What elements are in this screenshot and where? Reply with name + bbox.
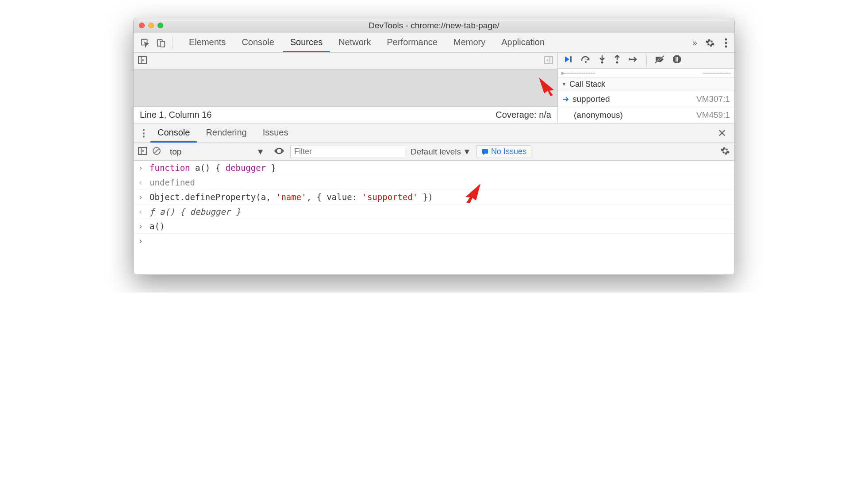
console-code: a() (150, 221, 730, 231)
debugger-pane: ▸ ⋯⋯⋯⋯⋯⋯⋯⋯ ▼ Call Stack ➔ supported VM30… (557, 53, 734, 123)
drawer-tab-rendering[interactable]: Rendering (199, 124, 253, 143)
tab-elements[interactable]: Elements (182, 33, 233, 52)
call-stack-label: Call Stack (569, 80, 605, 89)
console-input-row[interactable]: › Object.defineProperty(a, 'name', { val… (134, 190, 734, 205)
tab-application[interactable]: Application (494, 33, 552, 52)
filter-input[interactable] (290, 146, 405, 158)
dropdown-caret-icon: ▼ (463, 147, 471, 157)
console-result: undefined (150, 178, 730, 187)
sources-panes: Line 1, Column 16 Coverage: n/a (134, 53, 734, 124)
close-drawer-icon[interactable]: ✕ (715, 127, 729, 139)
console-output-row: ‹ ƒ a() { debugger } (134, 205, 734, 219)
svg-line-19 (154, 149, 159, 153)
console-code: function a() { debugger } (150, 163, 730, 173)
tab-network[interactable]: Network (331, 33, 378, 52)
debugger-toolbar (558, 53, 734, 69)
device-toolbar-icon[interactable] (153, 33, 169, 52)
svg-rect-15 (676, 57, 677, 62)
svg-rect-2 (160, 41, 165, 47)
issues-badge[interactable]: No Issues (476, 145, 531, 158)
console-input-row[interactable]: › a() (134, 219, 734, 234)
pause-exceptions-icon[interactable] (672, 55, 681, 66)
context-selector[interactable]: top ▼ (166, 146, 268, 158)
source-body[interactable] (134, 69, 557, 106)
disclosure-triangle-icon: ▼ (561, 81, 567, 87)
svg-point-12 (629, 58, 631, 61)
debugger-toggle-icon[interactable] (544, 56, 553, 66)
svg-point-11 (616, 62, 618, 64)
output-chevron-icon: ‹ (138, 207, 145, 216)
devtools-window: DevTools - chrome://new-tab-page/ Elemen… (133, 18, 735, 275)
console-sidebar-toggle-icon[interactable] (138, 147, 147, 157)
stack-frame[interactable]: (anonymous) VM459:1 (558, 107, 734, 123)
more-tabs-icon[interactable]: » (691, 38, 697, 48)
main-tabbar: Elements Console Sources Network Perform… (134, 33, 734, 53)
source-status-bar: Line 1, Column 16 Coverage: n/a (134, 106, 557, 123)
console-result: ƒ a() { debugger } (150, 207, 730, 216)
svg-point-3 (725, 38, 727, 40)
divider (173, 38, 173, 48)
console-toolbar: top ▼ Default levels ▼ No Issues (134, 143, 734, 161)
svg-point-4 (725, 42, 727, 44)
resume-icon[interactable] (564, 55, 573, 65)
svg-rect-16 (677, 57, 679, 62)
tab-memory[interactable]: Memory (446, 33, 492, 52)
source-editor-pane: Line 1, Column 16 Coverage: n/a (134, 53, 557, 123)
divider (646, 55, 647, 66)
input-chevron-icon: › (138, 163, 145, 173)
main-tabs: Elements Console Sources Network Perform… (182, 33, 552, 52)
drawer-tab-issues[interactable]: Issues (256, 124, 296, 143)
context-value: top (170, 147, 181, 157)
console-prompt-row[interactable]: › (134, 234, 734, 248)
cursor-position: Line 1, Column 16 (140, 110, 211, 120)
drawer-tab-console[interactable]: Console (150, 124, 197, 143)
source-nav-toolbar (134, 53, 557, 69)
inspect-element-icon[interactable] (137, 33, 153, 52)
scope-section-collapsed[interactable]: ▸ ⋯⋯⋯⋯⋯⋯⋯⋯ (558, 69, 734, 78)
navigator-toggle-icon[interactable] (138, 56, 147, 66)
svg-point-20 (278, 150, 280, 152)
live-expression-icon[interactable] (273, 146, 285, 158)
kebab-menu-icon[interactable] (723, 38, 729, 48)
stack-frame-location: VM307:1 (696, 94, 730, 104)
step-into-icon[interactable] (599, 55, 606, 66)
step-out-icon[interactable] (614, 55, 621, 66)
output-chevron-icon: ‹ (138, 178, 145, 187)
svg-point-5 (725, 45, 727, 47)
current-frame-arrow-icon: ➔ (562, 94, 569, 104)
deactivate-breakpoints-icon[interactable] (655, 55, 664, 65)
prompt-chevron-icon: › (138, 236, 145, 246)
tab-console[interactable]: Console (234, 33, 281, 52)
svg-rect-8 (570, 56, 572, 62)
drawer-menu-icon[interactable]: ⋮ (137, 124, 150, 143)
coverage-status: Coverage: n/a (495, 110, 551, 120)
main-tabbar-right: » (691, 33, 734, 52)
svg-point-10 (601, 62, 603, 64)
input-chevron-icon: › (138, 221, 145, 231)
log-levels-selector[interactable]: Default levels ▼ (411, 147, 471, 157)
console-body: › function a() { debugger } ‹ undefined … (134, 161, 734, 274)
console-output-row: ‹ undefined (134, 175, 734, 190)
clear-console-icon[interactable] (152, 147, 161, 157)
input-chevron-icon: › (138, 192, 145, 202)
drawer-tabs: Console Rendering Issues (150, 124, 296, 143)
step-icon[interactable] (629, 56, 638, 65)
svg-rect-21 (482, 149, 488, 154)
step-over-icon[interactable] (581, 55, 591, 65)
tab-sources[interactable]: Sources (283, 33, 330, 52)
stack-frame-current[interactable]: ➔ supported VM307:1 (558, 91, 734, 107)
settings-gear-icon[interactable] (703, 38, 717, 48)
stack-frame-name: supported (572, 94, 610, 104)
console-code: Object.defineProperty(a, 'name', { value… (150, 192, 730, 202)
stack-frame-name: (anonymous) (574, 110, 623, 120)
titlebar: DevTools - chrome://new-tab-page/ (134, 18, 734, 33)
console-settings-gear-icon[interactable] (720, 146, 730, 158)
console-input-row[interactable]: › function a() { debugger } (134, 161, 734, 175)
call-stack-header[interactable]: ▼ Call Stack (558, 78, 734, 91)
drawer-tabbar: ⋮ Console Rendering Issues ✕ (134, 124, 734, 143)
svg-point-9 (585, 61, 587, 63)
stack-frame-location: VM459:1 (696, 110, 730, 120)
dropdown-caret-icon: ▼ (256, 147, 265, 157)
tab-performance[interactable]: Performance (380, 33, 445, 52)
window-title: DevTools - chrome://new-tab-page/ (134, 21, 734, 31)
